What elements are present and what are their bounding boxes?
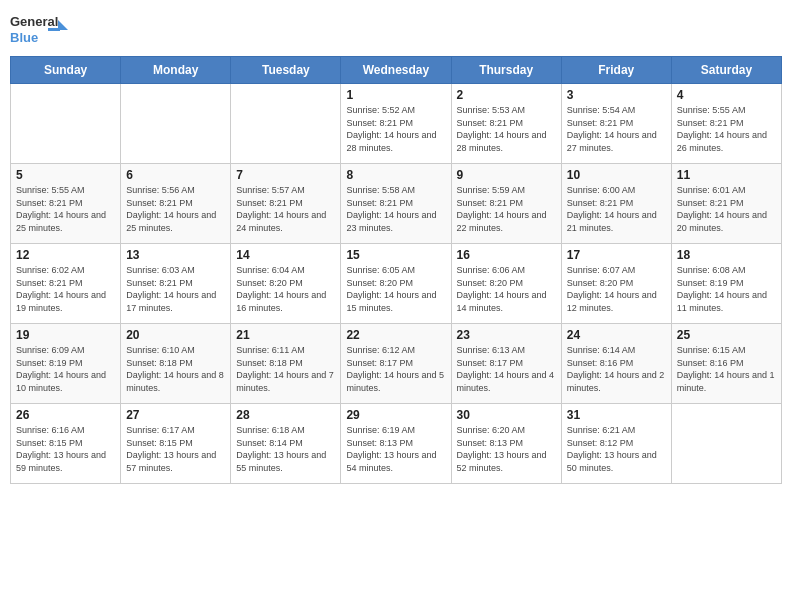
day-number: 3 xyxy=(567,88,666,102)
logo: GeneralBlue xyxy=(10,10,70,50)
day-number: 28 xyxy=(236,408,335,422)
calendar-cell: 9Sunrise: 5:59 AM Sunset: 8:21 PM Daylig… xyxy=(451,164,561,244)
day-number: 15 xyxy=(346,248,445,262)
day-number: 21 xyxy=(236,328,335,342)
day-header-monday: Monday xyxy=(121,57,231,84)
day-number: 7 xyxy=(236,168,335,182)
day-info: Sunrise: 6:03 AM Sunset: 8:21 PM Dayligh… xyxy=(126,264,225,314)
day-info: Sunrise: 6:05 AM Sunset: 8:20 PM Dayligh… xyxy=(346,264,445,314)
calendar-week-row: 26Sunrise: 6:16 AM Sunset: 8:15 PM Dayli… xyxy=(11,404,782,484)
page-header: GeneralBlue xyxy=(10,10,782,50)
calendar-cell: 28Sunrise: 6:18 AM Sunset: 8:14 PM Dayli… xyxy=(231,404,341,484)
day-info: Sunrise: 6:07 AM Sunset: 8:20 PM Dayligh… xyxy=(567,264,666,314)
calendar-cell: 27Sunrise: 6:17 AM Sunset: 8:15 PM Dayli… xyxy=(121,404,231,484)
calendar-cell: 4Sunrise: 5:55 AM Sunset: 8:21 PM Daylig… xyxy=(671,84,781,164)
day-header-friday: Friday xyxy=(561,57,671,84)
day-info: Sunrise: 5:53 AM Sunset: 8:21 PM Dayligh… xyxy=(457,104,556,154)
calendar-table: SundayMondayTuesdayWednesdayThursdayFrid… xyxy=(10,56,782,484)
calendar-week-row: 12Sunrise: 6:02 AM Sunset: 8:21 PM Dayli… xyxy=(11,244,782,324)
day-number: 12 xyxy=(16,248,115,262)
day-info: Sunrise: 6:18 AM Sunset: 8:14 PM Dayligh… xyxy=(236,424,335,474)
day-number: 22 xyxy=(346,328,445,342)
day-number: 20 xyxy=(126,328,225,342)
day-info: Sunrise: 6:16 AM Sunset: 8:15 PM Dayligh… xyxy=(16,424,115,474)
day-header-tuesday: Tuesday xyxy=(231,57,341,84)
calendar-cell: 24Sunrise: 6:14 AM Sunset: 8:16 PM Dayli… xyxy=(561,324,671,404)
calendar-cell: 15Sunrise: 6:05 AM Sunset: 8:20 PM Dayli… xyxy=(341,244,451,324)
day-number: 19 xyxy=(16,328,115,342)
day-number: 31 xyxy=(567,408,666,422)
day-info: Sunrise: 6:06 AM Sunset: 8:20 PM Dayligh… xyxy=(457,264,556,314)
day-header-wednesday: Wednesday xyxy=(341,57,451,84)
day-number: 6 xyxy=(126,168,225,182)
calendar-cell: 19Sunrise: 6:09 AM Sunset: 8:19 PM Dayli… xyxy=(11,324,121,404)
calendar-cell: 30Sunrise: 6:20 AM Sunset: 8:13 PM Dayli… xyxy=(451,404,561,484)
calendar-cell: 18Sunrise: 6:08 AM Sunset: 8:19 PM Dayli… xyxy=(671,244,781,324)
day-number: 8 xyxy=(346,168,445,182)
svg-rect-3 xyxy=(48,28,60,31)
day-info: Sunrise: 6:11 AM Sunset: 8:18 PM Dayligh… xyxy=(236,344,335,394)
day-number: 25 xyxy=(677,328,776,342)
day-number: 23 xyxy=(457,328,556,342)
day-number: 26 xyxy=(16,408,115,422)
day-info: Sunrise: 6:08 AM Sunset: 8:19 PM Dayligh… xyxy=(677,264,776,314)
calendar-cell: 16Sunrise: 6:06 AM Sunset: 8:20 PM Dayli… xyxy=(451,244,561,324)
day-info: Sunrise: 5:58 AM Sunset: 8:21 PM Dayligh… xyxy=(346,184,445,234)
day-number: 16 xyxy=(457,248,556,262)
day-info: Sunrise: 5:52 AM Sunset: 8:21 PM Dayligh… xyxy=(346,104,445,154)
day-info: Sunrise: 5:55 AM Sunset: 8:21 PM Dayligh… xyxy=(677,104,776,154)
day-number: 5 xyxy=(16,168,115,182)
day-header-sunday: Sunday xyxy=(11,57,121,84)
day-info: Sunrise: 6:20 AM Sunset: 8:13 PM Dayligh… xyxy=(457,424,556,474)
day-info: Sunrise: 6:00 AM Sunset: 8:21 PM Dayligh… xyxy=(567,184,666,234)
calendar-cell: 12Sunrise: 6:02 AM Sunset: 8:21 PM Dayli… xyxy=(11,244,121,324)
day-info: Sunrise: 6:01 AM Sunset: 8:21 PM Dayligh… xyxy=(677,184,776,234)
calendar-cell: 23Sunrise: 6:13 AM Sunset: 8:17 PM Dayli… xyxy=(451,324,561,404)
day-number: 4 xyxy=(677,88,776,102)
calendar-cell: 2Sunrise: 5:53 AM Sunset: 8:21 PM Daylig… xyxy=(451,84,561,164)
day-info: Sunrise: 6:02 AM Sunset: 8:21 PM Dayligh… xyxy=(16,264,115,314)
day-info: Sunrise: 6:04 AM Sunset: 8:20 PM Dayligh… xyxy=(236,264,335,314)
calendar-cell: 1Sunrise: 5:52 AM Sunset: 8:21 PM Daylig… xyxy=(341,84,451,164)
day-info: Sunrise: 5:57 AM Sunset: 8:21 PM Dayligh… xyxy=(236,184,335,234)
day-number: 9 xyxy=(457,168,556,182)
calendar-cell: 10Sunrise: 6:00 AM Sunset: 8:21 PM Dayli… xyxy=(561,164,671,244)
logo-icon: GeneralBlue xyxy=(10,10,70,50)
day-info: Sunrise: 5:55 AM Sunset: 8:21 PM Dayligh… xyxy=(16,184,115,234)
calendar-week-row: 5Sunrise: 5:55 AM Sunset: 8:21 PM Daylig… xyxy=(11,164,782,244)
day-number: 27 xyxy=(126,408,225,422)
calendar-cell xyxy=(121,84,231,164)
day-info: Sunrise: 6:17 AM Sunset: 8:15 PM Dayligh… xyxy=(126,424,225,474)
calendar-week-row: 1Sunrise: 5:52 AM Sunset: 8:21 PM Daylig… xyxy=(11,84,782,164)
calendar-cell: 25Sunrise: 6:15 AM Sunset: 8:16 PM Dayli… xyxy=(671,324,781,404)
day-header-saturday: Saturday xyxy=(671,57,781,84)
calendar-cell: 5Sunrise: 5:55 AM Sunset: 8:21 PM Daylig… xyxy=(11,164,121,244)
day-number: 29 xyxy=(346,408,445,422)
calendar-cell: 3Sunrise: 5:54 AM Sunset: 8:21 PM Daylig… xyxy=(561,84,671,164)
day-number: 30 xyxy=(457,408,556,422)
day-number: 18 xyxy=(677,248,776,262)
calendar-cell: 21Sunrise: 6:11 AM Sunset: 8:18 PM Dayli… xyxy=(231,324,341,404)
calendar-cell: 29Sunrise: 6:19 AM Sunset: 8:13 PM Dayli… xyxy=(341,404,451,484)
calendar-week-row: 19Sunrise: 6:09 AM Sunset: 8:19 PM Dayli… xyxy=(11,324,782,404)
day-info: Sunrise: 6:21 AM Sunset: 8:12 PM Dayligh… xyxy=(567,424,666,474)
day-number: 10 xyxy=(567,168,666,182)
day-number: 24 xyxy=(567,328,666,342)
day-header-thursday: Thursday xyxy=(451,57,561,84)
day-info: Sunrise: 6:13 AM Sunset: 8:17 PM Dayligh… xyxy=(457,344,556,394)
calendar-cell: 13Sunrise: 6:03 AM Sunset: 8:21 PM Dayli… xyxy=(121,244,231,324)
svg-text:General: General xyxy=(10,14,58,29)
calendar-cell xyxy=(11,84,121,164)
svg-text:Blue: Blue xyxy=(10,30,38,45)
calendar-cell: 7Sunrise: 5:57 AM Sunset: 8:21 PM Daylig… xyxy=(231,164,341,244)
calendar-cell: 20Sunrise: 6:10 AM Sunset: 8:18 PM Dayli… xyxy=(121,324,231,404)
calendar-body: 1Sunrise: 5:52 AM Sunset: 8:21 PM Daylig… xyxy=(11,84,782,484)
calendar-cell xyxy=(671,404,781,484)
day-info: Sunrise: 6:12 AM Sunset: 8:17 PM Dayligh… xyxy=(346,344,445,394)
calendar-cell: 26Sunrise: 6:16 AM Sunset: 8:15 PM Dayli… xyxy=(11,404,121,484)
calendar-cell: 17Sunrise: 6:07 AM Sunset: 8:20 PM Dayli… xyxy=(561,244,671,324)
day-info: Sunrise: 6:09 AM Sunset: 8:19 PM Dayligh… xyxy=(16,344,115,394)
day-info: Sunrise: 5:54 AM Sunset: 8:21 PM Dayligh… xyxy=(567,104,666,154)
day-number: 2 xyxy=(457,88,556,102)
calendar-cell: 31Sunrise: 6:21 AM Sunset: 8:12 PM Dayli… xyxy=(561,404,671,484)
